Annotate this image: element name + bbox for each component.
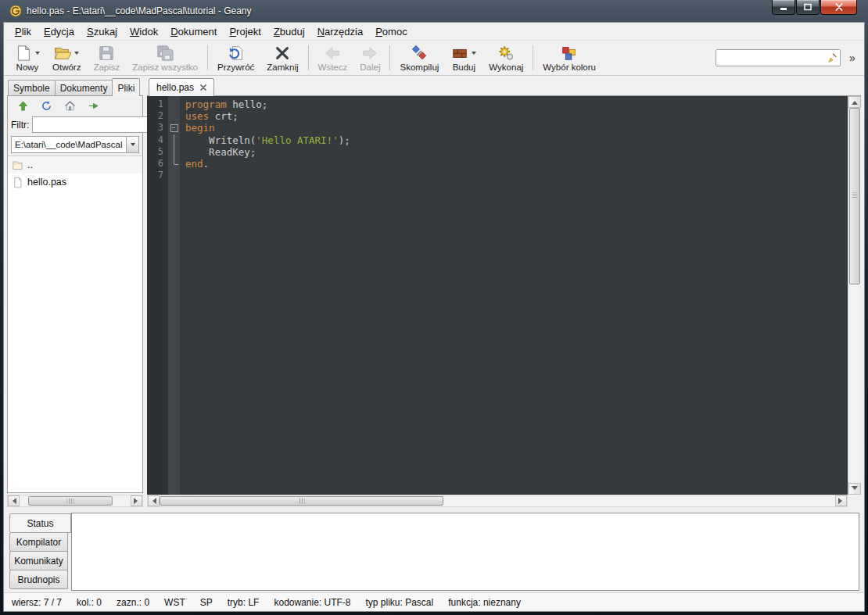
status-item: wiersz: 7 / 7 — [12, 597, 62, 608]
menu-plik[interactable]: Plik — [9, 23, 38, 40]
scroll-right-button[interactable] — [131, 495, 142, 506]
scrollbar-thumb[interactable] — [28, 496, 113, 506]
code-editor[interactable]: 1program hello;2uses crt;3begin4 Writeln… — [147, 96, 848, 495]
menu-pomoc[interactable]: Pomoc — [369, 23, 413, 40]
home-icon — [64, 100, 76, 112]
file-row[interactable]: hello.pas — [8, 173, 142, 191]
chevron-down-icon[interactable] — [35, 52, 40, 57]
file-list: ..hello.pas — [8, 156, 142, 492]
menu-dokument[interactable]: Dokument — [164, 23, 223, 40]
wstecz-button[interactable]: Wstecz — [312, 42, 354, 74]
sidebar-tab-symbole[interactable]: Symbole — [8, 80, 56, 96]
editor-horizontal-scrollbar[interactable] — [147, 495, 848, 507]
otworz-button[interactable]: Otwórz — [46, 42, 87, 74]
zapisz-button[interactable]: Zapisz — [87, 42, 126, 74]
code-token: ReadKey; — [185, 146, 256, 158]
titlebar[interactable]: hello.pas - E:\atari\__code\MadPascal\tu… — [3, 0, 865, 22]
code-line[interactable]: 5 ReadKey; — [147, 146, 848, 158]
toolbar-button-label: Przywróć — [217, 63, 254, 72]
maximize-button[interactable] — [796, 0, 820, 15]
dalej-button[interactable]: Dalej — [353, 42, 386, 74]
document-tab-label: hello.pas — [156, 82, 194, 93]
folder-icon — [12, 159, 23, 171]
bottom-tab-status[interactable]: Status — [9, 513, 71, 533]
line-number: 7 — [147, 170, 168, 181]
status-message-view[interactable] — [71, 513, 859, 591]
menu-szukaj[interactable]: Szukaj — [81, 23, 124, 40]
refresh-button[interactable] — [39, 98, 53, 113]
menu-narzedzia[interactable]: Narzędzia — [311, 23, 370, 40]
message-window-panel: StatusKompilatorKomunikatyBrudnopis — [4, 511, 864, 592]
scrollbar-thumb[interactable] — [160, 496, 443, 506]
save-icon — [98, 45, 115, 62]
toolbar-icon-row — [15, 44, 40, 62]
buduj-button[interactable]: Buduj — [445, 42, 482, 74]
status-item: typ pliku: Pascal — [366, 597, 434, 608]
menu-edycja[interactable]: Edycja — [38, 23, 81, 40]
code-token: . — [203, 158, 210, 170]
code-line[interactable]: 7 — [147, 170, 848, 181]
nowy-button[interactable]: Nowy — [9, 42, 46, 74]
clear-icon[interactable] — [827, 52, 838, 63]
home-button[interactable] — [63, 98, 77, 113]
editor-vertical-scrollbar[interactable] — [848, 96, 861, 495]
code-line[interactable]: 3begin — [147, 122, 848, 134]
bottom-tab-kompilator[interactable]: Kompilator — [9, 532, 68, 552]
bottom-tab-komunikaty[interactable]: Komunikaty — [9, 551, 68, 570]
menu-projekt[interactable]: Projekt — [223, 23, 267, 40]
code-line[interactable]: 4 Writeln('Hello ATARI!'); — [147, 134, 848, 146]
bottom-tab-brudnopis[interactable]: Brudnopis — [9, 570, 68, 589]
file-row[interactable]: .. — [8, 156, 142, 173]
close-file-icon — [274, 45, 291, 62]
scrollbar-track[interactable] — [848, 108, 861, 483]
sidebar-horizontal-scrollbar[interactable] — [7, 495, 143, 507]
close-button[interactable] — [820, 0, 857, 15]
message-window-tabs: StatusKompilatorKomunikatyBrudnopis — [9, 513, 71, 591]
chevron-down-icon[interactable] — [472, 52, 476, 57]
toolbar-overflow-button[interactable]: » — [845, 52, 859, 64]
parent-dir-button[interactable] — [16, 98, 30, 113]
menu-zbuduj[interactable]: Zbuduj — [267, 23, 311, 40]
follow-path-button[interactable] — [86, 98, 100, 113]
scroll-left-button[interactable] — [148, 495, 160, 506]
zapisz-wszystko-button[interactable]: Zapisz wszystko — [126, 42, 204, 74]
scrollbar-track[interactable] — [20, 495, 131, 506]
sidebar-tabs: SymboleDokumentyPliki — [7, 77, 143, 96]
wykonaj-button[interactable]: Wykonaj — [482, 42, 529, 74]
code-line[interactable]: 1program hello; — [147, 98, 848, 110]
skompiluj-button[interactable]: Skompiluj — [393, 42, 445, 74]
code-line[interactable]: 6end. — [147, 158, 848, 170]
build-icon — [451, 45, 468, 62]
maximize-icon — [803, 3, 812, 11]
fold-collapse-icon[interactable] — [168, 122, 180, 134]
tab-close-icon[interactable] — [199, 84, 207, 91]
filter-input[interactable] — [34, 119, 159, 131]
scroll-up-button[interactable] — [848, 96, 861, 108]
code-line[interactable]: 2uses crt; — [147, 110, 848, 122]
scroll-right-button[interactable] — [835, 495, 847, 506]
arrow-right-icon — [134, 498, 141, 504]
path-combo[interactable]: E:\atari\__code\MadPascal — [11, 136, 139, 153]
scroll-down-button[interactable] — [848, 483, 861, 495]
wybor-koloru-button[interactable]: Wybór koloru — [536, 42, 602, 74]
status-item: tryb: LF — [228, 597, 260, 608]
scrollbar-thumb[interactable] — [849, 108, 860, 284]
toolbar-icon-row — [228, 44, 245, 62]
sidebar-tab-dokumenty[interactable]: Dokumenty — [55, 80, 113, 96]
scroll-left-button[interactable] — [8, 495, 20, 506]
minimize-button[interactable] — [772, 0, 795, 15]
zamknij-button[interactable]: Zamknij — [260, 42, 304, 74]
sidebar-tab-pliki[interactable]: Pliki — [112, 78, 140, 96]
toolbar-button-label: Nowy — [16, 63, 39, 72]
przywroc-button[interactable]: Przywróć — [211, 42, 260, 74]
path-dropdown-button[interactable] — [126, 137, 138, 152]
sidebar-files-panel: Filtr: E:\atari\__code\MadPascal — [7, 95, 143, 493]
document-tab-hello-pas[interactable]: hello.pas — [149, 78, 214, 96]
toolbar-icon-row — [98, 44, 115, 62]
toolbar-search-input[interactable] — [719, 52, 827, 64]
menu-widok[interactable]: Widok — [124, 23, 164, 40]
fold-margin — [168, 134, 180, 146]
chevron-down-icon[interactable] — [74, 52, 79, 57]
toolbar-button-label: Wykonaj — [489, 63, 523, 72]
scrollbar-track[interactable] — [160, 495, 835, 506]
